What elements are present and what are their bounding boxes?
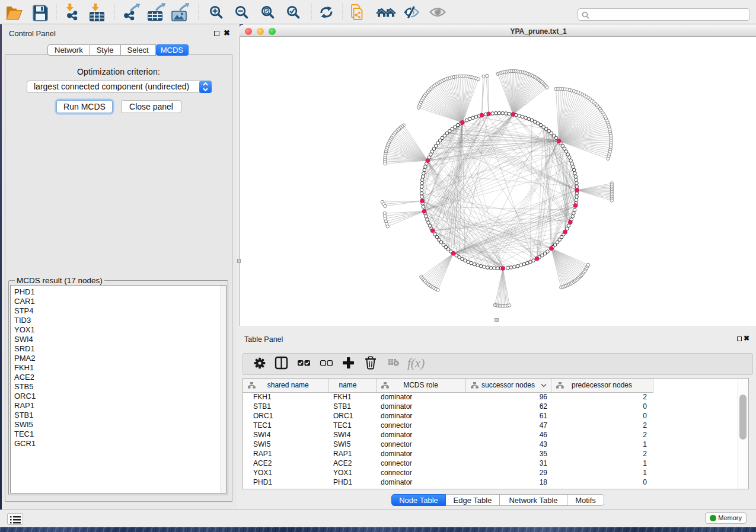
svg-text:f(x): f(x) — [407, 356, 425, 370]
